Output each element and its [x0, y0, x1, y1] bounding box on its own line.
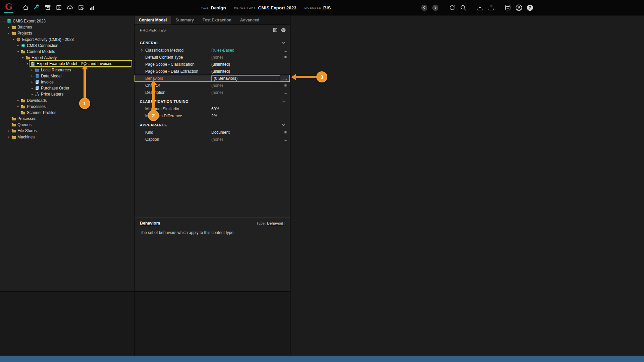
chevron-down-icon — [282, 122, 285, 128]
tab-content-model[interactable]: Content Model — [135, 16, 171, 24]
tree-expander-right[interactable]: ▸ — [7, 26, 11, 29]
refresh-icon[interactable] — [448, 4, 456, 12]
tree-item-invoice[interactable]: ▸Invoice — [2, 79, 133, 85]
tree-expander-right[interactable]: ▸ — [30, 87, 34, 90]
tree-item-processes[interactable]: ▸Processes — [2, 104, 133, 110]
tree-expander-down[interactable]: ▾ — [7, 32, 11, 35]
tree-item-scanner-profiles[interactable]: Scanner Profiles — [2, 110, 133, 116]
tree-expander-down[interactable]: ▾ — [2, 20, 6, 23]
section-classification-tuning[interactable]: CLASSIFICATION TUNING — [135, 98, 290, 105]
menu-icon[interactable]: ≡ — [281, 130, 290, 135]
tree-expander-right[interactable]: ▸ — [7, 135, 11, 138]
tree-expander-right[interactable]: ▸ — [7, 129, 11, 132]
tree-item-downloads[interactable]: ▸Downloads — [2, 97, 133, 103]
wrench-icon[interactable] — [33, 4, 41, 12]
property-value[interactable]: (0 Behaviors) — [211, 75, 280, 81]
tree-expander-right[interactable]: ▸ — [30, 74, 34, 77]
tree-expander-right[interactable]: ▸ — [30, 80, 34, 83]
home-icon[interactable] — [21, 4, 30, 12]
tree-expander-right[interactable]: ▸ — [16, 105, 20, 108]
close-properties-button[interactable] — [281, 27, 286, 33]
property-row-classification-method[interactable]: Classification MethodRules-Based… — [135, 47, 290, 54]
tree-item-cmis-export-2023[interactable]: ▾CMIS Export 2023 — [2, 18, 133, 24]
ellipsis-icon[interactable]: … — [281, 90, 290, 95]
property-row-kind[interactable]: KindDocument≡ — [135, 129, 290, 136]
box-download-icon[interactable] — [55, 4, 63, 12]
tree-item-file-stores[interactable]: ▸File Stores — [2, 128, 133, 134]
save-properties-button[interactable] — [273, 27, 278, 33]
tab-advanced[interactable]: Advanced — [236, 16, 264, 24]
tree-expander-down[interactable]: ▾ — [25, 62, 30, 65]
account-icon[interactable] — [515, 4, 523, 12]
database-icon[interactable] — [504, 4, 512, 12]
cloud-upload-icon[interactable] — [66, 4, 74, 12]
tree-expander-right[interactable]: ▸ — [30, 93, 34, 96]
property-value[interactable]: 60% — [211, 107, 281, 111]
page-value[interactable]: Design — [211, 5, 226, 10]
tree-item-machines[interactable]: ▸Machines — [2, 134, 133, 140]
property-value[interactable]: (none) — [211, 83, 281, 88]
tree-expander-right[interactable]: ▸ — [30, 68, 34, 71]
property-row-page-scope-data-extraction[interactable]: Page Scope - Data Extraction(unlimited) — [135, 68, 290, 75]
panel-divider[interactable] — [290, 16, 290, 356]
tree-item-purchase-order[interactable]: ▸Purchase Order — [2, 85, 133, 91]
nav-back-icon[interactable] — [420, 4, 428, 12]
property-row-behaviors[interactable]: Behaviors(0 Behaviors)… — [135, 75, 290, 82]
tree-item-queues[interactable]: Queues — [2, 122, 133, 128]
property-row-minimum-similarity[interactable]: Minimum Similarity60% — [135, 105, 290, 112]
bar-chart-icon[interactable] — [88, 4, 96, 12]
tree-item-price-letters[interactable]: ▸Price Letters — [2, 91, 133, 97]
tree-item-export-activity[interactable]: ▾Export Activity — [2, 55, 133, 61]
ellipsis-icon[interactable]: … — [281, 137, 290, 142]
tree-item-data-model[interactable]: ▸Data Model — [2, 73, 133, 79]
property-value[interactable]: (none) — [211, 137, 281, 142]
tree-item-label: File Stores — [17, 128, 37, 133]
help-icon[interactable]: ? — [526, 4, 534, 12]
tree-item-cmis-connection[interactable]: ▸CMIS Connection — [2, 43, 133, 49]
tree-item-projects[interactable]: ▾Projects — [2, 30, 133, 36]
tree-item-batches[interactable]: ▸Batches — [2, 24, 133, 30]
repository-value[interactable]: CMIS Export 2023 — [258, 5, 296, 10]
property-value[interactable]: 2% — [211, 114, 281, 118]
box-clock-icon[interactable] — [77, 4, 85, 12]
help-type-link[interactable]: Behavior[] — [267, 221, 284, 225]
property-value[interactable]: Rules-Based — [211, 48, 281, 53]
tree-item-local-resources[interactable]: ▸Local Resources — [2, 67, 133, 73]
tree-expander-down[interactable]: ▾ — [16, 50, 20, 53]
tree-expander-down[interactable]: ▾ — [21, 56, 25, 59]
section-appearance[interactable]: APPEARANCE — [135, 121, 290, 129]
nav-forward-icon[interactable] — [431, 4, 439, 12]
property-value[interactable]: (none) — [211, 90, 281, 95]
tree-item-export-activity-cmis-2023[interactable]: ▾Export Activity (CMIS) - 2023 — [2, 37, 133, 43]
property-row-default-content-type[interactable]: Default Content Type(none)≡ — [135, 54, 290, 61]
tab-summary[interactable]: Summary — [171, 16, 198, 24]
row-expander-icon[interactable] — [140, 48, 145, 52]
ellipsis-icon[interactable]: … — [281, 76, 289, 81]
property-value[interactable]: Document — [211, 130, 281, 135]
tree-expander-right[interactable]: ▸ — [16, 99, 20, 102]
property-value[interactable]: (unlimited) — [211, 69, 281, 74]
section-general[interactable]: GENERAL — [135, 39, 290, 47]
tree-item-content-models[interactable]: ▾Content Models — [2, 49, 133, 55]
archive-icon[interactable] — [44, 4, 52, 12]
upload-icon[interactable] — [487, 4, 495, 12]
menu-icon[interactable]: ≡ — [281, 55, 290, 60]
tab-test-extraction[interactable]: Test Extraction — [198, 16, 236, 24]
tree-item-processes[interactable]: Processes — [2, 116, 133, 122]
property-value[interactable]: (none) — [211, 55, 281, 60]
menu-icon[interactable]: ≡ — [281, 83, 290, 88]
property-row-child-of[interactable]: Child Of(none)≡ — [135, 82, 290, 89]
tree-expander-right[interactable]: ▸ — [16, 44, 20, 47]
ellipsis-icon[interactable]: … — [281, 48, 290, 53]
panel-divider[interactable] — [134, 16, 135, 356]
property-row-page-scope-classification[interactable]: Page Scope - Classification(unlimited) — [135, 61, 290, 68]
tree-expander-down[interactable]: ▾ — [11, 38, 15, 41]
search-icon[interactable] — [459, 4, 467, 12]
property-row-maximum-difference[interactable]: Maximum Difference2% — [135, 112, 290, 119]
property-row-caption[interactable]: Caption(none)… — [135, 136, 290, 143]
property-row-description[interactable]: Description(none)… — [135, 89, 290, 96]
tree-item-export-example-model-pos-and-invoices[interactable]: ▾Export Example Model - POs and Invoices — [2, 61, 133, 67]
download-icon[interactable] — [476, 4, 484, 12]
property-value[interactable]: (unlimited) — [211, 62, 281, 67]
grooper-logo[interactable]: G — [0, 2, 17, 13]
